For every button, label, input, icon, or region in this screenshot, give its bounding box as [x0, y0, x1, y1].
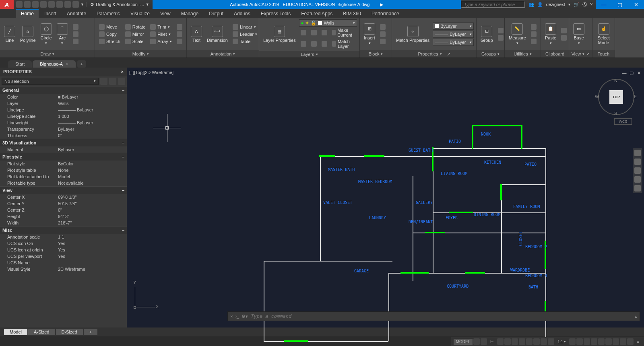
group-ungroup[interactable] [496, 35, 505, 41]
ellipse-button[interactable] [71, 31, 80, 37]
prop-linetype-scale[interactable]: Linetype scale1.000 [0, 113, 127, 119]
lineweight-combo[interactable]: ———ByLayer▾ [433, 31, 474, 38]
cmdline-arrow-icon[interactable]: ›_ [235, 314, 239, 319]
app-exchange-icon[interactable]: Ⓐ [582, 2, 587, 8]
copy-clip-button[interactable] [559, 35, 568, 41]
panel-groups-title[interactable]: Groups▾ [477, 50, 504, 58]
qat-save-icon[interactable] [32, 1, 39, 8]
status-transparency-icon[interactable] [541, 338, 547, 345]
panel-annotation-title[interactable]: Annotation▾ [187, 50, 259, 58]
tab-manage[interactable]: Manage [176, 10, 203, 18]
util-1[interactable] [529, 24, 538, 30]
panel-block-title[interactable]: Block▾ [360, 50, 392, 58]
qat-undo-icon[interactable] [56, 1, 63, 8]
status-hardware-icon[interactable] [620, 338, 626, 345]
prop-plot-style[interactable]: Plot styleByColor [0, 161, 127, 167]
status-snap-icon[interactable] [481, 338, 487, 345]
block-attr-button[interactable] [378, 38, 387, 45]
qat-plot-icon[interactable] [48, 1, 55, 8]
add-layout-button[interactable]: + [84, 329, 97, 335]
qat-print-icon[interactable] [72, 1, 79, 8]
status-clean-icon[interactable] [627, 338, 634, 345]
status-scale[interactable]: 1:1▾ [555, 339, 568, 345]
status-lwt-icon[interactable] [533, 338, 540, 345]
move-button[interactable]: Move [97, 24, 122, 30]
paste-button[interactable]: 📋Paste▾ [543, 23, 558, 46]
layer-iso-button[interactable] [299, 27, 308, 38]
cmdline-close-icon[interactable]: × [230, 314, 233, 319]
viewcube-north[interactable]: N [614, 78, 617, 83]
cmdline-recent-icon[interactable]: ▴ [635, 314, 637, 319]
title-play-icon[interactable]: ▶ [380, 2, 383, 7]
tab-view[interactable]: View [155, 10, 175, 18]
circle-button[interactable]: ◯Circle▾ [39, 23, 54, 46]
qat-dropdown-icon[interactable]: ▼ [80, 2, 84, 6]
nav-pan-icon[interactable] [634, 159, 641, 165]
panel-view-title[interactable]: View▾↗ [569, 50, 592, 58]
nav-wheel-icon[interactable] [634, 150, 641, 156]
nav-zoom-icon[interactable] [634, 167, 641, 174]
rotate-button[interactable]: Rotate [124, 24, 147, 30]
status-qprops-icon[interactable] [598, 338, 605, 345]
arc-button[interactable]: ⌒Arc▾ [55, 23, 70, 46]
prop-ucs-icon-on[interactable]: UCS icon OnYes [0, 240, 127, 247]
color-combo[interactable]: ByLayer▾ [433, 23, 474, 30]
file-tab-start[interactable]: Start [8, 60, 32, 68]
linetype-combo[interactable]: ———ByLayer▾ [433, 39, 474, 46]
tab-express-tools[interactable]: Express Tools [256, 10, 295, 18]
section-plot-style[interactable]: Plot style– [0, 153, 127, 161]
block-create-button[interactable] [378, 24, 387, 30]
layout-tab-d-sized[interactable]: D-Sized [56, 329, 83, 335]
layer-thaw-button[interactable] [310, 39, 318, 49]
stretch-button[interactable]: Stretch [97, 38, 122, 45]
erase-button[interactable] [175, 24, 184, 30]
tab-performance[interactable]: Performance [367, 10, 404, 18]
make-current-button[interactable]: Make Current [330, 27, 357, 38]
layer-properties-button[interactable]: ▤Layer Properties [262, 25, 297, 43]
match-layer-button[interactable]: Match Layer [330, 39, 357, 49]
measure-button[interactable]: 📏Measure▾ [507, 23, 528, 46]
polyline-button[interactable]: ⩍Polyline [19, 25, 37, 43]
viewcube-west[interactable]: W [595, 94, 599, 99]
status-ortho-icon[interactable]: ⊢ [488, 339, 496, 345]
util-3[interactable] [529, 38, 538, 45]
tab-featured-apps[interactable]: Featured Apps [296, 10, 337, 18]
status-3dosnap-icon[interactable] [519, 338, 525, 345]
prop-ucs-per-viewport[interactable]: UCS per viewportYes [0, 253, 127, 260]
prop-center-z[interactable]: Center Z0" [0, 207, 127, 213]
prop-visual-style[interactable]: Visual Style2D Wireframe [0, 266, 127, 272]
layer-unlock-button[interactable] [320, 39, 329, 49]
viewcube[interactable]: TOP N S E W [598, 79, 634, 115]
cmdline-config-icon[interactable]: ⚙▾ [242, 314, 248, 319]
scale-button[interactable]: Scale [124, 38, 147, 45]
status-polar-icon[interactable] [497, 338, 504, 345]
palette-icon[interactable] [118, 78, 125, 85]
hatch-button[interactable] [71, 38, 80, 45]
tab-parametric[interactable]: Parametric [92, 10, 125, 18]
prop-plot-table-attached-to[interactable]: Plot table attached toModel [0, 173, 127, 180]
command-input[interactable] [250, 313, 632, 319]
tab-output[interactable]: Output [204, 10, 228, 18]
prop-plot-table-type[interactable]: Plot table typeNot available [0, 180, 127, 186]
status-isodraft-icon[interactable] [504, 338, 511, 345]
prop-center-x[interactable]: Center X69'-8 1/8" [0, 194, 127, 200]
explode-button[interactable] [175, 31, 184, 37]
search-input[interactable] [461, 1, 525, 8]
layer-combo[interactable]: ●☀🔓Walls▾ [299, 19, 357, 27]
dimension-button[interactable]: ⟷Dimension [205, 25, 229, 43]
status-grid-icon[interactable] [473, 338, 480, 345]
workspace-dropdown[interactable]: ⚙ Drafting & Annotation -... ▼ [87, 2, 153, 7]
prop-annotation-scale[interactable]: Annotation scale1:1 [0, 234, 127, 240]
table-button[interactable]: Table [231, 38, 259, 45]
status-lock-icon[interactable] [605, 338, 612, 345]
array-button[interactable]: Array▾ [149, 38, 173, 45]
status-anno-icon[interactable] [569, 338, 576, 345]
mirror-button[interactable]: Mirror [124, 31, 147, 37]
util-2[interactable] [529, 31, 538, 37]
tab-add-ins[interactable]: Add-ins [229, 10, 255, 18]
select-mode-button[interactable]: ☝Select Mode [595, 23, 612, 46]
insert-button[interactable]: ⊞Insert▾ [362, 23, 377, 46]
vp-close-icon[interactable]: ✕ [636, 70, 642, 76]
quickselect-icon[interactable] [109, 78, 116, 85]
vp-maximize-icon[interactable]: ▢ [629, 70, 634, 76]
